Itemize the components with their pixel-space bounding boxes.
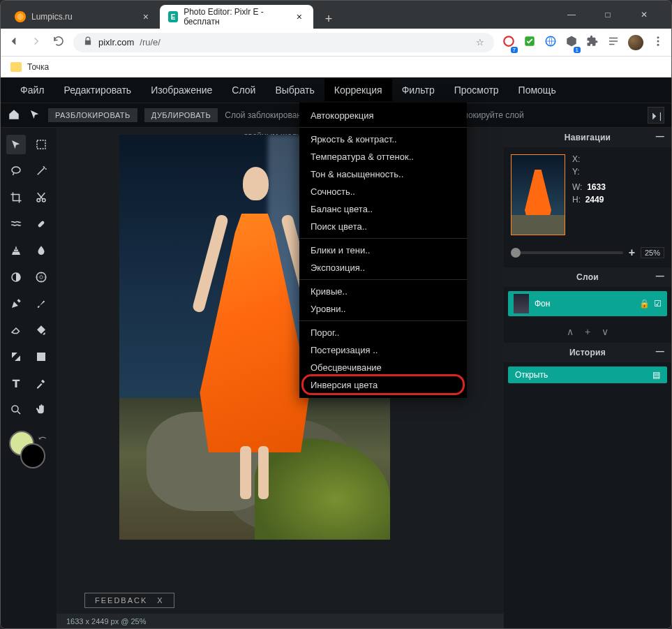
tab-close-icon[interactable]: ×: [140, 11, 151, 22]
nav-w-val: 1633: [587, 182, 606, 192]
address-bar: pixlr.com/ru/e/ ☆ 7 1: [1, 29, 671, 57]
dd-levels[interactable]: Уровни..: [299, 300, 467, 318]
dd-highlights[interactable]: Блики и тени..: [299, 242, 467, 259]
zoom-in-icon[interactable]: +: [629, 246, 635, 259]
cutout-tool[interactable]: [31, 188, 51, 207]
dodge-tool[interactable]: [6, 267, 26, 287]
crop-tool[interactable]: [6, 188, 26, 207]
dd-posterize[interactable]: Постеризация ..: [299, 341, 467, 359]
swap-colors-icon[interactable]: ⤺: [38, 432, 47, 443]
minimize-panel-icon[interactable]: —: [656, 271, 664, 281]
color-swatches[interactable]: ⤺: [6, 431, 51, 473]
extension-globe-icon[interactable]: [544, 35, 557, 50]
dd-hue-sat[interactable]: Тон & насыщенность..: [299, 165, 467, 183]
new-tab-button[interactable]: +: [319, 9, 338, 29]
dd-curves[interactable]: Кривые..: [299, 283, 467, 300]
unlock-button[interactable]: РАЗБЛОКИРОВАТЬ: [48, 108, 137, 122]
feedback-close-icon[interactable]: X: [157, 596, 163, 605]
dd-desaturate[interactable]: Обесцвечивание: [299, 359, 467, 376]
url-field[interactable]: pixlr.com/ru/e/ ☆: [73, 33, 494, 52]
zoom-value[interactable]: 25%: [641, 247, 664, 258]
profile-avatar[interactable]: [628, 35, 643, 50]
svg-point-13: [40, 276, 43, 279]
eraser-tool[interactable]: [6, 320, 26, 340]
nav-info: X: Y: W: 1633 H: 2449: [572, 154, 664, 235]
minimize-panel-icon[interactable]: —: [656, 346, 664, 356]
history-title: История: [569, 348, 606, 357]
clone-tool[interactable]: [6, 241, 26, 260]
dd-color-lookup[interactable]: Поиск цвета..: [299, 218, 467, 235]
reading-list-icon[interactable]: [607, 35, 620, 50]
dd-color-balance[interactable]: Баланс цвета..: [299, 200, 467, 218]
sponge-tool[interactable]: [31, 267, 51, 287]
zoom-tool[interactable]: [6, 400, 26, 420]
menu-view[interactable]: Просмотр: [445, 79, 509, 101]
shape-tool[interactable]: [31, 347, 51, 367]
heal-tool[interactable]: [31, 214, 51, 234]
status-text: 1633 x 2449 px @ 25%: [66, 617, 147, 626]
layer-add-icon[interactable]: +: [585, 326, 590, 337]
dd-invert[interactable]: Инверсия цвета: [299, 376, 467, 394]
extension-opera-icon[interactable]: 7: [502, 35, 515, 50]
tab-lumpics[interactable]: Lumpics.ru ×: [6, 5, 160, 29]
status-bar: 1633 x 2449 px @ 25%: [57, 614, 504, 629]
lasso-tool[interactable]: [6, 161, 26, 181]
forward-button[interactable]: [30, 35, 43, 50]
background-swatch[interactable]: [20, 443, 45, 468]
liquify-tool[interactable]: [6, 214, 26, 234]
maximize-button[interactable]: □: [596, 5, 620, 24]
back-button[interactable]: [8, 35, 20, 50]
menu-image[interactable]: Изображение: [141, 79, 222, 101]
dd-brightness[interactable]: Яркость & контраст..: [299, 131, 467, 148]
menu-edit[interactable]: Редактировать: [54, 79, 141, 101]
layer-down-icon[interactable]: ∨: [602, 326, 608, 337]
home-icon[interactable]: [8, 108, 20, 123]
panel-toggle-icon[interactable]: ⏵|: [648, 107, 664, 124]
minimize-button[interactable]: —: [560, 5, 583, 24]
minimize-panel-icon[interactable]: —: [656, 131, 664, 141]
lock-icon[interactable]: 🔒: [639, 299, 650, 309]
menu-select[interactable]: Выбрать: [265, 79, 324, 101]
layer-up-icon[interactable]: ∧: [567, 326, 574, 337]
move-tool-icon[interactable]: [29, 108, 41, 123]
visibility-icon[interactable]: ☑: [654, 299, 662, 309]
fill-tool[interactable]: [31, 320, 51, 340]
history-item-open[interactable]: Открыть ▤: [508, 367, 667, 383]
gradient-tool[interactable]: [6, 347, 26, 367]
feedback-button[interactable]: FEEDBACK X: [84, 593, 174, 608]
duplicate-button[interactable]: ДУБЛИРОВАТЬ: [144, 108, 218, 122]
hand-tool[interactable]: [31, 400, 51, 420]
dd-vibrance[interactable]: Сочность..: [299, 183, 467, 200]
zoom-slider[interactable]: [511, 251, 623, 254]
brush-tool[interactable]: [31, 294, 51, 313]
menu-file[interactable]: Файл: [10, 79, 54, 101]
dd-exposure[interactable]: Экспозиция..: [299, 259, 467, 276]
pen-tool[interactable]: [6, 294, 26, 313]
extensions-puzzle-icon[interactable]: [586, 35, 599, 50]
dd-temperature[interactable]: Температура & оттенок..: [299, 148, 467, 165]
nav-thumbnail[interactable]: [511, 154, 565, 235]
blur-tool[interactable]: [31, 241, 51, 260]
tab-close-icon[interactable]: ×: [294, 11, 305, 22]
menu-adjustment[interactable]: Коррекция: [324, 79, 392, 101]
dd-auto[interactable]: Автокоррекция: [299, 107, 467, 124]
bookmark-item[interactable]: Точка: [27, 62, 49, 72]
reload-button[interactable]: [52, 35, 65, 50]
tab-pixlr[interactable]: E Photo Editor: Pixlr E - бесплатн ×: [160, 5, 313, 29]
kebab-menu-icon[interactable]: [652, 35, 664, 50]
eyedropper-tool[interactable]: [31, 373, 51, 393]
layer-background[interactable]: Фон 🔒 ☑: [508, 291, 667, 316]
menu-layer[interactable]: Слой: [222, 79, 265, 101]
menu-help[interactable]: Помощь: [509, 79, 566, 101]
menu-filter[interactable]: Фильтр: [392, 79, 445, 101]
bookmark-star-icon[interactable]: ☆: [476, 37, 484, 47]
marquee-tool[interactable]: [31, 135, 51, 154]
dd-threshold[interactable]: Порог..: [299, 324, 467, 341]
close-window-button[interactable]: ✕: [632, 5, 656, 24]
extension-check-icon[interactable]: [523, 35, 536, 50]
move-tool[interactable]: [6, 135, 26, 154]
wand-tool[interactable]: [31, 161, 51, 181]
text-tool[interactable]: [6, 373, 26, 393]
feedback-label: FEEDBACK: [95, 596, 147, 605]
extension-box-icon[interactable]: 1: [565, 35, 578, 50]
